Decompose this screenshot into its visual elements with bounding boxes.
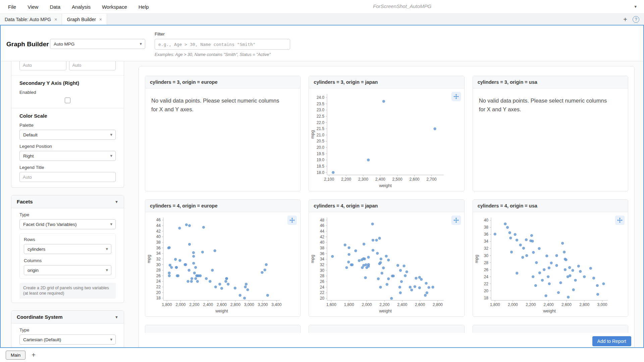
svg-text:20: 20 [156, 290, 161, 295]
svg-text:weight: weight [215, 308, 228, 313]
coordinate-type-select-value: Cartesian (Default) [23, 337, 61, 342]
svg-text:2,200: 2,200 [380, 302, 390, 307]
svg-text:2,400: 2,400 [375, 177, 385, 182]
svg-text:18.5: 18.5 [317, 164, 325, 169]
facets-title: Facets [17, 199, 33, 204]
pan-icon[interactable] [451, 92, 461, 101]
svg-text:weight: weight [379, 308, 392, 313]
svg-text:3,400: 3,400 [271, 302, 281, 307]
facet-type-select[interactable]: Facet Grid (Two Variables) [19, 219, 116, 229]
svg-text:24.0: 24.0 [317, 95, 325, 100]
chevron-down-icon[interactable]: ▾ [634, 4, 637, 9]
svg-text:1,800: 1,800 [344, 302, 354, 307]
facet-columns-select[interactable]: origin [24, 265, 111, 275]
facet-columns-label: Columns [24, 258, 111, 263]
coordinate-system-card: Coordinate System ▼ Type Cartesian (Defa… [11, 310, 124, 348]
svg-text:2,800: 2,800 [579, 302, 589, 307]
filter-input[interactable] [155, 39, 290, 50]
menu-item-help[interactable]: Help [139, 4, 149, 10]
coordinate-system-section-header[interactable]: Coordinate System ▼ [11, 311, 124, 323]
pan-icon[interactable] [451, 216, 461, 225]
scatter-plot[interactable]: 1,8002,0002,2002,4002,6002,8003,0003,200… [145, 212, 300, 316]
svg-text:32: 32 [484, 246, 488, 251]
facet-type-select-value: Facet Grid (Two Variables) [23, 222, 77, 227]
svg-text:mpg: mpg [310, 130, 315, 138]
add-tab-icon[interactable]: + [623, 16, 627, 23]
facet-panel-c3-usa: cylinders = 3, origin = usa No valid dat… [473, 76, 628, 191]
svg-text:46: 46 [320, 223, 325, 228]
axis-min-input[interactable] [19, 61, 66, 70]
tab-graph-builder[interactable]: Graph Builder × [62, 14, 107, 25]
coordinate-type-select[interactable]: Cartesian (Default) [19, 335, 116, 345]
svg-text:2,200: 2,200 [341, 177, 351, 182]
pan-icon[interactable] [615, 216, 625, 225]
divider [11, 108, 124, 108]
plots-viewport[interactable]: cylinders = 3, origin = europe No valid … [139, 66, 634, 333]
legend-position-select[interactable]: Right [19, 151, 116, 161]
svg-text:22: 22 [320, 290, 325, 295]
svg-text:26: 26 [320, 279, 325, 284]
svg-text:34: 34 [320, 257, 325, 261]
svg-text:36: 36 [156, 246, 161, 250]
facet-rows-select-value: cylinders [28, 247, 45, 252]
settings-sidebar[interactable]: Secondary Y Axis (Right) Enabled Color S… [11, 61, 124, 348]
add-to-report-button[interactable]: Add to Report [592, 336, 631, 346]
menu-item-view[interactable]: View [28, 4, 38, 10]
svg-text:36: 36 [484, 232, 488, 237]
help-icon[interactable]: ? [633, 16, 639, 23]
facet-panel-partial [309, 325, 464, 333]
menu-item-data[interactable]: Data [50, 4, 60, 10]
menu-item-workspace[interactable]: Workspace [102, 4, 127, 10]
scatter-plot[interactable]: 1,8002,0002,2002,4002,6002,8003,00018202… [473, 212, 628, 316]
facet-rows-label: Rows [24, 237, 111, 242]
svg-text:44: 44 [320, 229, 325, 234]
close-icon[interactable]: × [54, 17, 57, 22]
facets-card: Facets ▼ Type Facet Grid (Two Variables)… [11, 195, 124, 303]
secondary-y-enabled-checkbox[interactable] [65, 98, 70, 103]
svg-text:2,200: 2,200 [526, 302, 536, 307]
svg-text:38: 38 [484, 225, 488, 230]
scatter-plot[interactable]: 2,1002,2002,3002,4002,5002,6002,70018.01… [309, 88, 464, 191]
menu-item-analysis[interactable]: Analysis [72, 4, 91, 10]
svg-text:28: 28 [156, 268, 161, 273]
svg-text:2,400: 2,400 [397, 302, 408, 307]
facet-panel-title: cylinders = 3, origin = usa [473, 76, 628, 88]
svg-text:2,700: 2,700 [427, 177, 437, 182]
coordinate-type-label: Type [19, 327, 116, 333]
coordinate-system-title: Coordinate System [17, 314, 63, 320]
page-title: Graph Builder [6, 41, 49, 48]
svg-text:30: 30 [320, 268, 325, 273]
facets-section-header[interactable]: Facets ▼ [11, 195, 124, 208]
facet-rows-select[interactable]: cylinders [24, 244, 111, 254]
palette-select[interactable]: Default [19, 130, 116, 140]
menubar: File View Data Analysis Workspace Help F… [0, 0, 644, 13]
svg-text:38: 38 [156, 240, 161, 245]
svg-text:2,200: 2,200 [189, 302, 199, 307]
svg-text:22.5: 22.5 [317, 114, 325, 119]
tabbar-actions: + ? [623, 14, 644, 25]
pan-icon[interactable] [287, 216, 297, 225]
facet-variables-group: Rows cylinders Columns origin [19, 233, 116, 279]
close-icon[interactable]: × [99, 17, 102, 22]
svg-text:23.0: 23.0 [317, 108, 325, 112]
svg-text:2,400: 2,400 [203, 302, 213, 307]
workspace-tab-main[interactable]: Main [6, 351, 25, 360]
svg-text:2,600: 2,600 [415, 302, 425, 307]
svg-text:22.0: 22.0 [317, 120, 325, 125]
tab-data-table[interactable]: Data Table: Auto MPG × [0, 14, 62, 25]
scatter-plot[interactable]: 1,6001,8002,0002,2002,4002,6002,80020222… [309, 212, 464, 316]
chevron-down-icon: ▼ [115, 200, 118, 204]
facet-panel-title: cylinders = 4, origin = europe [145, 200, 300, 212]
legend-title-input[interactable] [19, 172, 116, 182]
add-workspace-icon[interactable]: + [32, 352, 36, 358]
dataset-select[interactable]: Auto MPG [50, 39, 145, 49]
filter-examples-text: Examples: Age > 30, Name contains "Smith… [155, 52, 271, 57]
axis-max-input[interactable] [69, 61, 116, 70]
svg-text:23.5: 23.5 [317, 102, 325, 106]
svg-text:3,200: 3,200 [258, 302, 268, 307]
svg-text:2,400: 2,400 [543, 302, 553, 307]
svg-text:2,600: 2,600 [410, 177, 420, 182]
menu-item-file[interactable]: File [8, 4, 16, 10]
facets-hint-text: Create a 2D grid of panels using two var… [19, 283, 116, 299]
filter-label: Filter [155, 32, 165, 37]
